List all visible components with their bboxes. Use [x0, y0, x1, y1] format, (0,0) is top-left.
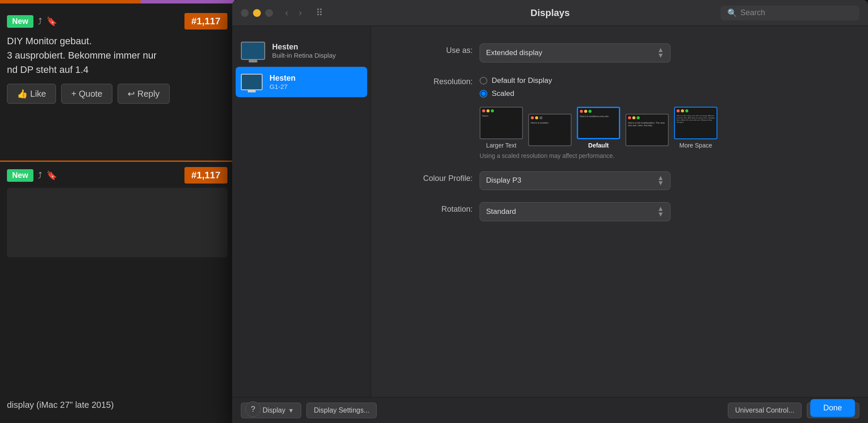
dot-red-1 — [482, 109, 485, 112]
search-placeholder: Search — [740, 8, 765, 17]
displays-window: ‹ › ⠿ Displays 🔍 Search Hesten Built-in … — [232, 0, 868, 423]
preview-dots-3 — [580, 110, 592, 113]
builtin-display-type: Built-in Retina Display — [272, 52, 336, 59]
use-as-dropdown[interactable]: Extended display ▲▼ — [480, 43, 671, 62]
rotation-value: Standard — [486, 207, 516, 216]
use-as-label: Use as: — [393, 43, 480, 55]
res-preview-4[interactable]: Here's to the troublemakers. The ones wh… — [625, 114, 669, 149]
res-label-larger: Larger Text — [486, 142, 516, 149]
search-icon: 🔍 — [727, 8, 737, 18]
res-preview-more-space-img: Here's to the crazy ones who see things … — [674, 107, 717, 139]
res-preview-default[interactable]: Here's to troublema ones who Default — [577, 107, 620, 149]
post2-bookmark-icon[interactable]: 🔖 — [46, 170, 57, 180]
use-as-control: Extended display ▲▼ — [480, 43, 846, 62]
preview-text-2: Here's to troublem — [531, 121, 570, 125]
rotation-dropdown[interactable]: Standard ▲▼ — [480, 202, 671, 221]
search-box[interactable]: 🔍 Search — [720, 6, 859, 20]
back-button[interactable]: ‹ — [282, 6, 292, 20]
scaled-note: Using a scaled resolution may affect per… — [480, 152, 846, 159]
dot-red-2 — [531, 116, 534, 119]
forum-panel: New ⤴ 🔖 #1,117 DIY Monitor gebaut. 3 aus… — [0, 0, 234, 423]
res-label-more-space: More Space — [679, 142, 712, 149]
like-button[interactable]: 👍 Like — [7, 84, 56, 104]
builtin-display-name: Hesten — [272, 43, 336, 52]
radio-default[interactable]: Default for Display — [480, 76, 846, 85]
main-content: Hesten Built-in Retina Display Hesten G1… — [232, 26, 868, 397]
forum-topbar — [0, 0, 234, 3]
preview-dots-4 — [628, 116, 640, 119]
radio-default-label: Default for Display — [492, 76, 552, 85]
dot-green-1 — [491, 109, 494, 112]
dot-green-4 — [637, 116, 640, 119]
g127-display-name: Hesten — [270, 74, 296, 83]
post2-number: #1,117 — [184, 167, 227, 184]
radio-default-outer — [480, 77, 487, 85]
minimize-button[interactable] — [253, 9, 261, 17]
g127-display-info: Hesten G1-27 — [270, 74, 296, 90]
dot-red-5 — [677, 109, 680, 112]
res-preview-more-space[interactable]: Here's to the crazy ones who see things … — [674, 107, 717, 149]
resolution-label: Resolution: — [393, 75, 480, 86]
res-label-default: Default — [588, 142, 608, 149]
preview-text-4: Here's to the troublemakers. The ones wh… — [628, 121, 667, 127]
colour-profile-row: Colour Profile: Display P3 ▲▼ — [393, 171, 846, 190]
displays-sidebar: Hesten Built-in Retina Display Hesten G1… — [232, 26, 371, 397]
preview-text-5: Here's to the crazy ones who see things … — [677, 115, 716, 124]
universal-control-label: Universal Control... — [735, 407, 794, 414]
post1-number: #1,117 — [184, 13, 227, 30]
res-preview-2-img: Here's to troublem — [528, 114, 572, 146]
grid-button[interactable]: ⠿ — [312, 6, 326, 20]
forward-button[interactable]: › — [295, 6, 305, 20]
res-preview-larger-img: Here's — [480, 107, 523, 139]
post-item-2: New ⤴ 🔖 #1,117 — [0, 162, 234, 262]
display-settings-button[interactable]: Display Settings... — [306, 403, 377, 418]
g127-display-type: G1-27 — [270, 83, 296, 90]
reply-button[interactable]: ↩ Reply — [118, 84, 170, 104]
post1-text: DIY Monitor gebaut. 3 ausprobiert. Bekom… — [7, 34, 227, 77]
res-preview-default-img: Here's to troublema ones who — [577, 107, 620, 139]
dot-yellow-4 — [632, 116, 635, 119]
res-preview-larger[interactable]: Here's Larger Text — [480, 107, 523, 149]
dot-red-4 — [628, 116, 631, 119]
builtin-display-info: Hesten Built-in Retina Display — [272, 43, 336, 59]
titlebar: ‹ › ⠿ Displays 🔍 Search — [232, 0, 868, 26]
bookmark-icon[interactable]: 🔖 — [46, 16, 57, 26]
close-button[interactable] — [241, 9, 249, 17]
quote-button[interactable]: + Quote — [61, 84, 112, 104]
post1-line1: DIY Monitor gebaut. — [7, 34, 227, 48]
rotation-label: Rotation: — [393, 202, 480, 214]
universal-control-button[interactable]: Universal Control... — [728, 403, 802, 418]
rotation-row: Rotation: Standard ▲▼ — [393, 202, 846, 221]
settings-panel: Use as: Extended display ▲▼ Resolution: … — [371, 26, 868, 397]
res-preview-4-img: Here's to the troublemakers. The ones wh… — [625, 114, 669, 146]
dot-yellow-3 — [584, 110, 587, 113]
radio-scaled[interactable]: Scaled — [480, 89, 846, 98]
resolution-row: Resolution: Default for Display Scaled — [393, 75, 846, 159]
post2-content — [7, 188, 227, 257]
dot-yellow-1 — [487, 109, 490, 112]
dot-green-5 — [685, 109, 688, 112]
maximize-button[interactable] — [265, 9, 273, 17]
rotation-arrow-icon: ▲▼ — [657, 206, 664, 217]
display-item-builtin[interactable]: Hesten Built-in Retina Display — [232, 35, 371, 67]
g127-display-icon — [241, 74, 263, 90]
preview-dots-2 — [531, 116, 542, 119]
dropdown-arrow-icon: ▲▼ — [657, 47, 664, 59]
display-item-g127[interactable]: Hesten G1-27 — [236, 67, 367, 97]
rotation-control: Standard ▲▼ — [480, 202, 846, 221]
radio-scaled-outer — [480, 90, 487, 98]
use-as-row: Use as: Extended display ▲▼ — [393, 43, 846, 62]
dot-yellow-2 — [535, 116, 538, 119]
help-button[interactable]: ? — [245, 401, 261, 417]
share-icon[interactable]: ⤴ — [38, 16, 42, 26]
done-button[interactable]: Done — [810, 399, 855, 417]
dot-yellow-5 — [681, 109, 684, 112]
colour-profile-arrow-icon: ▲▼ — [657, 175, 664, 187]
post1-header: New ⤴ 🔖 #1,117 — [7, 13, 227, 30]
post1-line2: 3 ausprobiert. Bekomme immer nur — [7, 48, 227, 62]
res-preview-2[interactable]: Here's to troublem — [528, 114, 572, 149]
nav-buttons: ‹ › ⠿ — [282, 6, 326, 20]
colour-profile-dropdown[interactable]: Display P3 ▲▼ — [480, 171, 671, 190]
post2-share-icon[interactable]: ⤴ — [38, 171, 42, 180]
post1-line3: nd DP steht auf 1.4 — [7, 62, 227, 77]
